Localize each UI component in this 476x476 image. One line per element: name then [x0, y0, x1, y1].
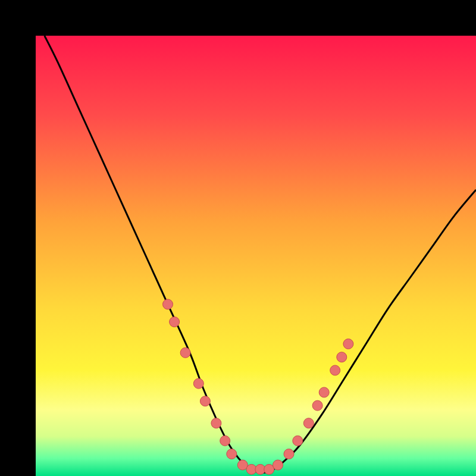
left-arm-dot	[211, 418, 221, 428]
right-arm-dot	[284, 449, 294, 459]
data-points	[163, 299, 353, 475]
left-arm-dot	[227, 449, 237, 459]
trough-dot	[273, 460, 283, 470]
right-arm-dot	[343, 339, 353, 349]
left-arm-dot	[200, 396, 210, 406]
left-arm-dot	[193, 378, 203, 389]
left-arm-dot	[220, 436, 230, 446]
left-arm-dot	[170, 317, 180, 327]
left-arm-dot	[180, 347, 190, 358]
right-arm-dot	[330, 365, 340, 375]
chart-svg	[36, 36, 476, 476]
chart-frame	[0, 0, 476, 476]
right-arm-dot	[337, 352, 347, 362]
right-arm-dot	[319, 387, 329, 397]
left-arm-dot	[163, 299, 173, 309]
plot-area	[36, 36, 476, 476]
bottleneck-curve	[45, 36, 476, 472]
right-arm-dot	[293, 436, 303, 446]
right-arm-dot	[303, 418, 314, 428]
right-arm-dot	[312, 400, 322, 411]
